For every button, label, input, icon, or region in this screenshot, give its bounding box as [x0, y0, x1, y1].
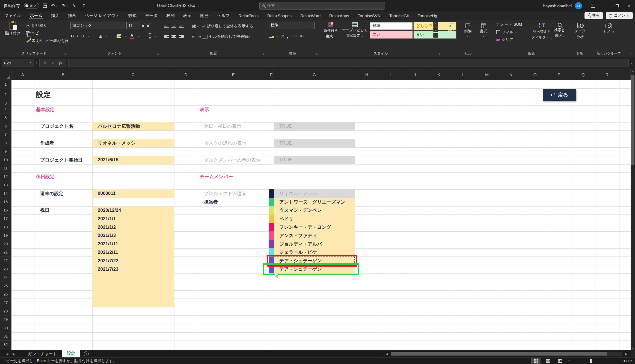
tab-relaxapps[interactable]: RelaxApps	[325, 11, 354, 20]
tab-tortoisegit[interactable]: TortoiseGit	[385, 11, 413, 20]
row-header-20[interactable]: 20	[0, 240, 11, 248]
sheet-tab-settei[interactable]: 設定	[62, 350, 80, 357]
user-name[interactable]: hayashidataihei	[543, 4, 572, 8]
row-header-27[interactable]: 27	[0, 299, 11, 307]
tab-view[interactable]: 表示	[179, 11, 196, 20]
row-header-25[interactable]: 25	[0, 282, 11, 290]
redo-button[interactable]: ↷⌄	[61, 4, 68, 8]
column-header-O[interactable]: O	[523, 69, 547, 80]
save-icon[interactable]	[43, 4, 47, 8]
fill-button[interactable]: ↓フィル⌄	[496, 28, 526, 36]
tab-page-layout[interactable]: ページ レイアウト	[81, 11, 124, 20]
format-cells-button[interactable]: 書式⌄	[476, 21, 491, 37]
orientation-button[interactable]: ab↗	[192, 24, 199, 29]
cell-C20[interactable]: 2021/1/11	[92, 240, 174, 248]
page-break-view-button[interactable]	[555, 358, 565, 364]
column-header-H[interactable]: H	[355, 69, 379, 80]
cancel-icon[interactable]: ✕	[43, 60, 47, 65]
underline-button[interactable]: U	[81, 34, 84, 38]
cell-G14[interactable]: リオネル・メッシ	[274, 189, 355, 198]
zoom-slider-thumb[interactable]	[590, 359, 592, 363]
cell-F17-member-color-swatch[interactable]	[269, 214, 274, 223]
row-header-7[interactable]: 7	[0, 130, 11, 139]
percent-style-button[interactable]: %	[281, 34, 284, 38]
column-header-B[interactable]: B	[34, 69, 92, 80]
cell-C8[interactable]: リオネル・メッシ	[92, 139, 174, 147]
tab-developer[interactable]: 開発	[196, 11, 213, 20]
cell-B12[interactable]: 休日設定	[34, 172, 92, 181]
cell-G10[interactable]: TRUE	[274, 156, 355, 164]
name-box[interactable]: F23▾	[2, 59, 34, 67]
insert-function-icon[interactable]: fx	[59, 61, 62, 65]
cell-C21[interactable]: 2021/2/11	[92, 248, 174, 257]
document-title[interactable]: GanttChartR02.xlsx ⌄	[157, 0, 199, 11]
cell-F20-member-color-swatch[interactable]	[269, 240, 274, 248]
row-header-31[interactable]: 31	[0, 332, 11, 341]
accounting-format-icon[interactable]	[269, 35, 273, 38]
cell-E6[interactable]: 休日・祝日の表示	[198, 122, 269, 131]
sort-filter-button[interactable]: AZ 並べ替えと フィルター ⌄	[532, 21, 551, 40]
row-header-16[interactable]: 16	[0, 206, 11, 215]
avatar[interactable]: H	[575, 2, 582, 9]
font-size-select[interactable]: 11⌄	[126, 22, 140, 29]
cell-C22[interactable]: 2021/7/22	[92, 256, 174, 265]
cell-C27[interactable]	[92, 299, 174, 307]
sheet-prev-icon[interactable]: ◀	[6, 352, 8, 356]
dialog-launcher-icon[interactable]: ⇘	[438, 52, 441, 55]
wrap-text-button[interactable]: ↩ 折り返して全体を表示する	[202, 22, 253, 30]
tab-insert[interactable]: 挿入	[47, 11, 64, 20]
undo-button[interactable]: ↶⌄	[51, 4, 58, 8]
find-select-button[interactable]: 検索と 選択 ⌄	[552, 21, 567, 38]
conditional-formatting-button[interactable]: 条件付き 書式 ⌄	[321, 20, 341, 39]
tab-relaxtools[interactable]: RelaxTools	[234, 11, 263, 20]
clear-button[interactable]: クリア⌄	[496, 36, 526, 44]
row-header-1[interactable]: 1	[0, 80, 11, 88]
ribbon-display-options-button[interactable]	[587, 0, 599, 11]
increase-indent-button[interactable]: ⇥	[198, 34, 201, 39]
scroll-down-icon[interactable]: ▼	[631, 347, 635, 350]
cell-C16[interactable]: 2020/12/24	[92, 206, 174, 215]
gallery-down-icon[interactable]: ⌄	[433, 27, 438, 32]
formula-input[interactable]	[68, 59, 628, 67]
cell-G17[interactable]: ペドリ	[274, 214, 355, 223]
cell-G15[interactable]: アントワーヌ・グリエーズマン	[274, 198, 355, 206]
scroll-right-icon[interactable]: ▶	[624, 353, 628, 356]
normal-view-button[interactable]	[531, 358, 541, 364]
dialog-launcher-icon[interactable]: ⇘	[64, 52, 67, 55]
cell-B4[interactable]: 基本設定	[34, 105, 92, 114]
cell-style-bad[interactable]: 悪い	[370, 31, 413, 39]
tab-file[interactable]: ファイル	[0, 11, 25, 20]
gallery-up-icon[interactable]: ⌃	[433, 22, 438, 27]
row-header-18[interactable]: 18	[0, 223, 11, 231]
tab-draw[interactable]: 描画	[64, 11, 81, 20]
cell-B8[interactable]: 作成者	[34, 139, 92, 147]
data-analysis-button[interactable]: データ 分析	[571, 21, 589, 39]
font-family-select[interactable]: 游ゴシック⌄	[70, 22, 125, 29]
row-header-22[interactable]: 22	[0, 256, 11, 265]
align-center-button[interactable]	[171, 35, 176, 38]
bold-button[interactable]: B	[71, 34, 74, 38]
back-button[interactable]: ↩ 戻る	[543, 89, 576, 101]
tab-review[interactable]: 校閲	[162, 11, 179, 20]
cell-G16[interactable]: ウスマン・デンベレ	[274, 206, 355, 215]
align-left-button[interactable]	[164, 35, 169, 38]
tab-formulas[interactable]: 数式	[124, 11, 141, 20]
row-header-29[interactable]: 29	[0, 315, 11, 324]
phonetic-button[interactable]: ア亜	[149, 33, 152, 40]
select-all-corner[interactable]	[0, 69, 11, 80]
align-bottom-button[interactable]	[179, 25, 184, 28]
tab-home[interactable]: ホーム	[25, 11, 47, 20]
cell-B14[interactable]: 週末の設定	[34, 189, 92, 198]
cell-G20[interactable]: ジョルディ・アルバ	[274, 240, 355, 248]
maximize-button[interactable]	[611, 0, 623, 11]
zoom-out-button[interactable]: −	[567, 358, 570, 364]
row-header-14[interactable]: 14	[0, 189, 11, 198]
minimize-button[interactable]: ─	[599, 0, 611, 11]
format-as-table-button[interactable]: テーブルとして 書式設定 ⌄	[342, 20, 368, 38]
cell-B6[interactable]: プロジェクト名	[34, 122, 92, 131]
increase-decimal-button[interactable]: ←.0	[291, 34, 296, 38]
horizontal-scrollbar[interactable]	[391, 352, 622, 356]
expand-formula-bar-icon[interactable]: ⌄	[630, 61, 633, 65]
tab-tortoisehg[interactable]: TortoiseHg	[413, 11, 442, 20]
column-header-P[interactable]: P	[547, 69, 571, 80]
